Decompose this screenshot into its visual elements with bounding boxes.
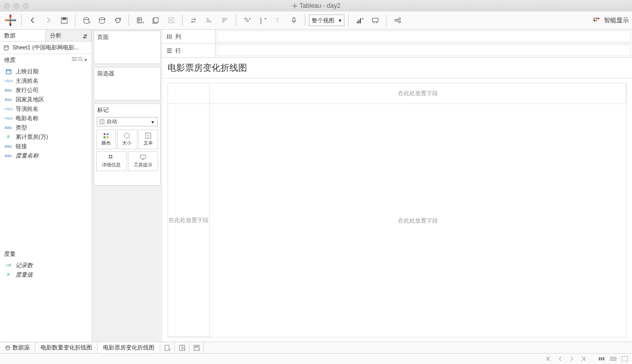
svg-text:+: + — [184, 348, 186, 352]
close-window-button[interactable] — [4, 3, 10, 9]
tab-view-button[interactable] — [609, 355, 617, 362]
marks-color-button[interactable]: 颜色 — [96, 129, 116, 149]
filmstrip-view-button[interactable] — [598, 355, 606, 362]
prev-button[interactable] — [556, 355, 564, 362]
datasource-tab[interactable]: 数据源 — [0, 342, 35, 353]
measure-field[interactable]: #度量值 — [0, 270, 92, 279]
marks-type-dropdown[interactable]: T 自动 ▾ — [97, 117, 158, 126]
svg-rect-73 — [169, 34, 170, 39]
sort-view-button[interactable] — [621, 355, 629, 362]
svg-rect-46 — [596, 18, 597, 19]
search-icon[interactable] — [78, 57, 83, 63]
svg-point-63 — [107, 136, 109, 138]
svg-rect-9 — [62, 18, 66, 20]
filters-card[interactable]: 筛选器 — [94, 67, 161, 100]
abc-calc-icon: =Abc — [4, 115, 12, 121]
marks-size-button[interactable]: 大小 — [117, 129, 137, 149]
hash-icon: # — [4, 134, 12, 140]
swap-button[interactable] — [186, 14, 201, 27]
next-button[interactable] — [567, 355, 576, 362]
rows-shelf[interactable]: 行 — [162, 44, 632, 58]
size-icon — [124, 133, 130, 139]
share-button[interactable] — [390, 14, 405, 27]
dimension-field[interactable]: 上映日期 — [0, 67, 92, 76]
show-me-button[interactable]: 智能显示 — [593, 16, 629, 25]
marks-text-button[interactable]: T文本 — [138, 129, 158, 149]
minimize-window-button[interactable] — [14, 3, 19, 9]
svg-rect-49 — [596, 20, 597, 21]
dimension-field[interactable]: =Abc主演姓名 — [0, 76, 92, 85]
measure-field[interactable]: =#记录数 — [0, 261, 92, 270]
dimension-field[interactable]: #累计票房(万) — [0, 132, 92, 141]
dimension-field[interactable]: Abc类型 — [0, 123, 92, 132]
columns-shelf[interactable]: 列 — [162, 30, 632, 44]
marks-detail-button[interactable]: 详细信息 — [96, 151, 127, 171]
refresh-button[interactable]: ▾ — [110, 14, 125, 27]
analysis-tab[interactable]: 分析⇵ — [46, 30, 92, 41]
sort-asc-button[interactable] — [202, 14, 216, 27]
svg-rect-1 — [292, 5, 297, 6]
hash-icon: # — [4, 271, 12, 278]
dimension-field[interactable]: Abc国家及地区 — [0, 95, 92, 104]
tableau-logo-button[interactable] — [3, 14, 18, 27]
datasource-item[interactable]: Sheet1 (中国电影网电影... — [0, 42, 92, 54]
forward-button[interactable] — [41, 14, 56, 27]
window-titlebar: Tableau - day2 — [0, 0, 632, 11]
rows-icon — [166, 48, 172, 54]
svg-rect-37 — [372, 18, 378, 22]
last-button[interactable] — [579, 355, 587, 362]
svg-rect-93 — [622, 356, 628, 361]
chevron-down-icon[interactable]: ▾ — [150, 119, 155, 125]
svg-text:+: + — [198, 348, 200, 352]
svg-rect-48 — [594, 20, 595, 21]
group-button[interactable]: ▾ — [255, 14, 270, 27]
list-view-icon[interactable] — [72, 57, 77, 63]
dimension-field[interactable]: =Abc电影名称 — [0, 113, 92, 123]
svg-rect-52 — [72, 59, 77, 59]
sheet-tab[interactable]: 电影票房变化折线图 — [98, 342, 160, 353]
chevron-down-icon[interactable]: ▾ — [84, 57, 87, 63]
presentation-button[interactable] — [368, 14, 382, 27]
dimension-field[interactable]: Abc链接 — [0, 141, 92, 151]
svg-text:T: T — [101, 120, 104, 124]
marks-tooltip-button[interactable]: 工具提示 — [128, 151, 159, 171]
pages-card[interactable]: 页面 — [94, 31, 161, 64]
sheet-tab[interactable]: 电影数量变化折线图 — [35, 342, 98, 353]
first-button[interactable] — [545, 355, 553, 362]
dimension-field[interactable]: Abc发行公司 — [0, 85, 92, 95]
clear-button[interactable] — [164, 14, 178, 27]
new-datasource-button[interactable]: + — [79, 14, 94, 27]
svg-rect-74 — [171, 34, 172, 39]
abc-icon: Abc — [4, 143, 12, 149]
svg-rect-86 — [195, 346, 198, 347]
tableau-logo-icon — [292, 3, 298, 9]
svg-point-50 — [4, 45, 8, 47]
maximize-window-button[interactable] — [23, 3, 29, 9]
measures-header: 度量 — [0, 248, 92, 260]
new-worksheet-button[interactable]: + — [133, 14, 147, 27]
dimension-field[interactable]: Abc度量名称 — [0, 151, 92, 160]
new-dashboard-tab[interactable]: + — [175, 342, 189, 353]
svg-rect-6 — [5, 20, 7, 21]
dimension-field[interactable]: =Abc导演姓名 — [0, 104, 92, 113]
highlight-button[interactable]: ▾ — [240, 14, 254, 27]
save-button[interactable] — [57, 14, 71, 27]
new-worksheet-tab[interactable]: + — [160, 342, 175, 353]
show-labels-button[interactable]: T — [271, 14, 286, 27]
data-tab[interactable]: 数据 — [0, 30, 46, 41]
show-hide-cards-button[interactable]: ▾ — [352, 14, 367, 27]
duplicate-button[interactable] — [148, 14, 163, 27]
svg-text:▾: ▾ — [120, 17, 121, 20]
new-story-tab[interactable]: + — [189, 342, 204, 353]
back-button[interactable] — [25, 14, 40, 27]
fit-dropdown[interactable]: 整个视图▾ — [309, 15, 344, 26]
svg-point-60 — [104, 133, 106, 135]
viz-title[interactable]: 电影票房变化折线图 — [162, 58, 632, 79]
svg-point-42 — [398, 21, 401, 23]
pause-auto-updates-button[interactable]: ▾ — [95, 14, 109, 27]
sort-desc-button[interactable] — [217, 14, 232, 27]
drop-field-placeholder: 在此处放置字段 — [210, 104, 626, 337]
pin-button[interactable] — [287, 14, 301, 27]
viz-canvas[interactable]: 在此处放置字段 在此处放置字段 在此处放置字段 — [162, 79, 632, 342]
svg-rect-27 — [222, 18, 227, 19]
